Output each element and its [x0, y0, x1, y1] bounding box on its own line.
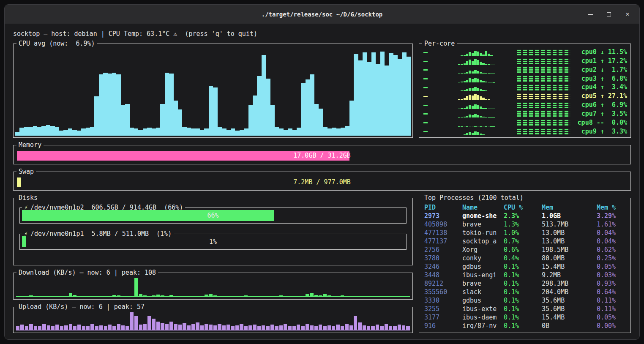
process-cpu: 0.1% [504, 262, 542, 271]
core-recent-activity-block [517, 128, 570, 134]
core-row-cpu3: cpu3 ↑ 6.8% [423, 74, 627, 82]
core-history-chart [458, 109, 495, 117]
process-name: Xorg [462, 246, 504, 254]
maximize-icon [607, 12, 611, 16]
swap-gauge: 7.2MB / 977.0MB [17, 177, 627, 187]
minimize-icon [588, 14, 593, 15]
app-header-text: socktop — host: debian | CPU Temp: 63.1°… [13, 30, 257, 38]
process-name: ibus-exte [462, 305, 504, 313]
memory-panel-title: Memory [16, 141, 44, 149]
process-pid: 3177 [424, 313, 462, 322]
process-name: gdbus [462, 262, 504, 271]
process-cpu: 2.3% [504, 212, 542, 220]
core-recent-activity-block [517, 84, 570, 90]
cpu-avg-history-chart [15, 48, 411, 136]
disk-gauge-label: 66% [22, 210, 404, 221]
process-cpu: 0.1% [504, 313, 542, 322]
core-activity-ticks [423, 109, 458, 117]
core-activity-ticks [423, 83, 458, 91]
col-header-cpu: CPU % [504, 203, 542, 212]
core-history-chart [458, 74, 495, 82]
process-row: 477138tokio-run1.0%13.0MB0.04% [424, 229, 627, 237]
process-mem: 80.0MB [542, 254, 597, 262]
core-activity-ticks [423, 74, 458, 82]
core-activity-ticks [423, 101, 458, 109]
close-button[interactable]: ✕ [624, 11, 631, 18]
core-row-cpu6: cpu6 ↑ 6.9% [423, 101, 627, 109]
process-cpu: 0.1% [504, 296, 542, 305]
terminal-content: socktop — host: debian | CPU Temp: 63.1°… [5, 24, 639, 339]
core-history-chart [458, 83, 495, 91]
core-recent-activity-block [517, 75, 570, 82]
process-mempct: 0.62% [597, 246, 627, 254]
process-pid: 477137 [424, 237, 462, 246]
core-label: cpu6 ↑ 6.9% [570, 101, 627, 109]
disk-gauge-label: 1% [22, 236, 404, 247]
col-header-mempct: Mem % [597, 203, 627, 212]
process-row: 89212brave0.1%298.3MB0.93% [424, 279, 627, 288]
process-cpu: 0.1% [504, 288, 542, 296]
process-pid: 355560 [424, 288, 462, 296]
process-cpu: 0.4% [504, 254, 542, 262]
window-title: ./target/release/soc ~/D/G/socktop [262, 11, 383, 18]
process-mempct: 0.93% [597, 279, 627, 288]
maximize-button[interactable] [606, 11, 612, 18]
process-mem: 0B [542, 322, 597, 330]
process-cpu: 0.1% [504, 322, 542, 330]
process-rows: 2973gnome-she2.3%1.0GB3.29%405898brave1.… [424, 212, 627, 330]
core-activity-ticks [423, 118, 458, 126]
process-name: ibus-daem [462, 313, 504, 322]
upload-panel-title: Upload (KB/s) — now: 6 | peak: 57 [16, 303, 147, 311]
core-history-chart [458, 118, 495, 126]
percore-rows: cpu0 ↓ 11.5%cpu1 ↑ 17.2%cpu2 ↓ 1.7%cpu3 … [423, 48, 627, 135]
percore-panel-title: Per-core [422, 39, 457, 48]
core-recent-activity-block [517, 58, 570, 64]
upload-history-chart [16, 312, 410, 330]
processes-panel: Top Processes (2100 total) PID Name CPU … [419, 198, 631, 333]
percore-panel: Per-core cpu0 ↓ 11.5%cpu1 ↑ 17.2%cpu2 ↓ … [419, 44, 631, 138]
core-recent-activity-block [517, 66, 570, 73]
process-mempct: 0.04% [597, 237, 627, 246]
process-mempct: 1.61% [597, 220, 627, 229]
process-mem: 13.0MB [542, 237, 597, 246]
process-mem: 198.5MB [542, 246, 597, 254]
process-mem: 35.6MB [542, 296, 597, 305]
core-label: cpu8 -- 0.0% [570, 119, 627, 126]
process-row: 355560slack0.1%204.0MB0.64% [424, 288, 627, 296]
memory-panel: Memory 17.0GB / 31.2GB 17.0GB / 31.2GB [13, 145, 631, 164]
process-mempct: 0.05% [597, 262, 627, 271]
process-mem: 204.0MB [542, 288, 597, 296]
core-row-cpu0: cpu0 ↓ 11.5% [423, 48, 627, 56]
core-activity-ticks [423, 48, 458, 56]
process-mempct: 0.64% [597, 288, 627, 296]
process-pid: 3255 [424, 305, 462, 313]
core-label: cpu1 ↑ 17.2% [570, 57, 627, 65]
core-label: cpu0 ↓ 11.5% [570, 48, 627, 56]
window-titlebar[interactable]: ./target/release/soc ~/D/G/socktop ✕ [5, 5, 639, 24]
process-mem: 9.2MB [542, 271, 597, 279]
process-mempct: 0.05% [597, 313, 627, 322]
core-label: cpu2 ↓ 1.7% [570, 66, 627, 74]
process-mem: 15.4MB [542, 313, 597, 322]
process-mempct: 3.29% [597, 212, 627, 220]
process-name: tokio-run [462, 229, 504, 237]
process-mempct: 0.25% [597, 254, 627, 262]
swap-panel-title: Swap [16, 167, 36, 176]
cpu-avg-panel-title: CPU avg (now: 6.9%) [16, 39, 97, 48]
minimize-button[interactable] [587, 11, 594, 18]
process-name: conky [462, 254, 504, 262]
process-name: brave [462, 279, 504, 288]
col-header-pid: PID [424, 203, 462, 212]
disk-gauge: 1% [22, 236, 404, 247]
process-pid: 405898 [424, 220, 462, 229]
process-mempct: 0.00% [597, 322, 627, 330]
core-row-cpu2: cpu2 ↓ 1.7% [423, 66, 627, 74]
process-pid: 2973 [424, 212, 462, 220]
process-mem: 35.6MB [542, 305, 597, 313]
core-label: cpu7 ↑ 3.5% [570, 110, 627, 117]
upload-panel: Upload (KB/s) — now: 6 | peak: 57 [13, 307, 413, 333]
process-row: 2973gnome-she2.3%1.0GB3.29% [424, 212, 627, 220]
terminal-window: ./target/release/soc ~/D/G/socktop ✕ soc… [4, 4, 640, 340]
process-mempct: 0.03% [597, 271, 627, 279]
memory-gauge: 17.0GB / 31.2GB 17.0GB / 31.2GB [17, 151, 627, 160]
